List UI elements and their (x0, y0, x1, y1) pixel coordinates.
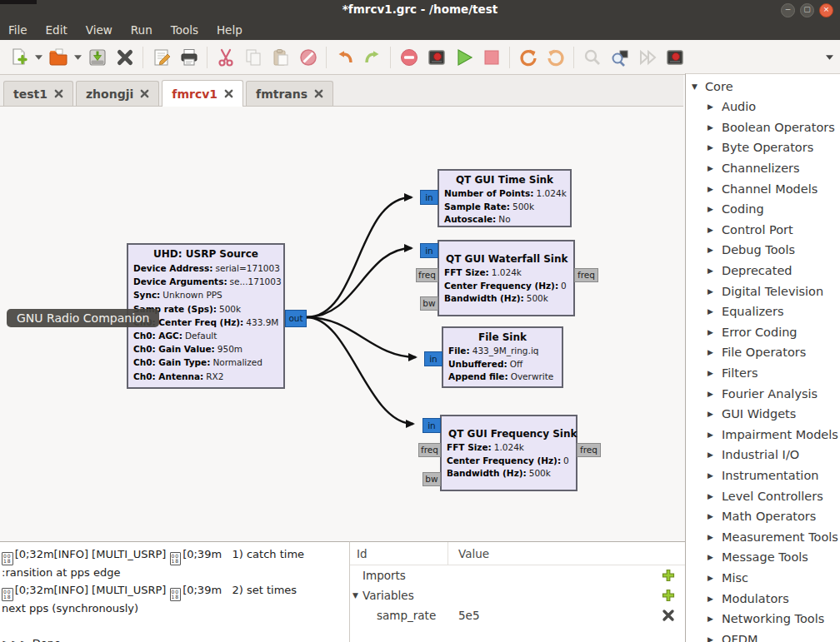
block-frequency-sink[interactable]: QT GUI Frequency Sink FFT Size:1.024kCen… (440, 415, 578, 491)
library-category[interactable]: ▶ Boolean Operators (686, 117, 840, 138)
new-flowgraph-icon[interactable] (5, 44, 32, 71)
tab-close-icon[interactable] (224, 89, 233, 98)
chevron-right-icon[interactable]: ▶ (708, 635, 715, 642)
chevron-right-icon[interactable]: ▶ (708, 615, 715, 623)
library-category[interactable]: ▶ Modulators (686, 588, 840, 609)
chevron-right-icon[interactable]: ▶ (708, 390, 715, 398)
library-category[interactable]: ▶ Impairment Models (686, 425, 840, 445)
console-panel[interactable]: 0018[0;32m[INFO] [MULTI_USRP] 0018[0;39m… (0, 541, 350, 642)
remove-icon[interactable] (662, 609, 675, 622)
toolbar-overflow-icon[interactable] (823, 44, 835, 71)
chevron-right-icon[interactable]: ▶ (708, 205, 715, 213)
tab-close-icon[interactable] (54, 89, 63, 98)
variable-row[interactable]: ▼ Variables (350, 585, 685, 605)
chevron-right-icon[interactable]: ▶ (708, 574, 715, 582)
chevron-right-icon[interactable]: ▶ (708, 307, 715, 316)
copy-icon[interactable] (239, 44, 267, 71)
screen-capture-icon[interactable] (661, 44, 688, 71)
library-category[interactable]: ▶ Fourier Analysis (686, 383, 840, 404)
library-category[interactable]: ▶ OFDM (686, 629, 840, 642)
library-category[interactable]: ▶ Byte Operators (686, 137, 840, 158)
tab-close-icon[interactable] (140, 89, 149, 98)
edit-properties-icon[interactable] (148, 44, 175, 71)
chevron-right-icon[interactable]: ▶ (708, 595, 715, 603)
chevron-right-icon[interactable]: ▶ (708, 492, 715, 500)
connection[interactable] (307, 197, 412, 317)
chevron-right-icon[interactable]: ▶ (708, 328, 715, 336)
chevron-right-icon[interactable]: ▶ (708, 143, 715, 152)
library-category[interactable]: ▶ Networking Tools (686, 609, 840, 630)
port-out[interactable]: out (285, 310, 307, 327)
save-icon[interactable] (83, 44, 111, 71)
open-flowgraph-icon[interactable] (44, 44, 72, 71)
library-category-core[interactable]: ▼ Core (686, 77, 840, 97)
block-time-sink[interactable]: QT GUI Time Sink Number of Points:1.024k… (438, 169, 572, 227)
port-freq-out[interactable]: freq (577, 443, 601, 457)
errors-icon[interactable] (395, 44, 422, 71)
print-icon[interactable] (175, 44, 202, 71)
open-dropdown-icon[interactable] (72, 44, 83, 71)
find-block-icon[interactable] (606, 44, 633, 71)
port-freq-in[interactable]: freq (418, 443, 441, 457)
chevron-down-icon[interactable]: ▼ (692, 82, 699, 91)
library-category[interactable]: ▶ Level Controllers (686, 485, 840, 506)
tab-close-icon[interactable] (314, 89, 323, 98)
close-button[interactable]: × (819, 3, 833, 17)
column-header-value[interactable]: Value (448, 547, 489, 560)
chevron-right-icon[interactable]: ▶ (708, 226, 715, 234)
chevron-right-icon[interactable]: ▶ (708, 266, 715, 275)
cut-icon[interactable] (212, 44, 239, 71)
variable-row[interactable]: ▼ Imports (350, 565, 685, 585)
library-category[interactable]: ▶ GUI Widgets (686, 404, 840, 425)
chevron-right-icon[interactable]: ▶ (708, 533, 715, 541)
flowgraph-tab[interactable]: test1 (3, 81, 73, 106)
maximize-button[interactable]: ▢ (800, 3, 814, 17)
generate-flowgraph-icon[interactable] (422, 44, 450, 71)
menu-item[interactable]: File (8, 23, 28, 37)
library-category[interactable]: ▶ Math Operators (686, 506, 840, 527)
port-in[interactable]: in (424, 351, 442, 366)
menu-item[interactable]: Help (217, 23, 242, 37)
chevron-right-icon[interactable]: ▶ (708, 287, 715, 296)
library-category[interactable]: ▶ File Operators (686, 342, 840, 363)
port-bw-in[interactable]: bw (422, 472, 441, 486)
chevron-right-icon[interactable]: ▶ (708, 164, 715, 172)
new-dropdown-icon[interactable] (32, 44, 44, 71)
redo-icon[interactable] (358, 44, 386, 71)
chevron-right-icon[interactable]: ▶ (708, 185, 715, 193)
library-category[interactable]: ▶ Equalizers (686, 301, 840, 322)
fast-forward-icon[interactable] (633, 44, 661, 71)
reload-icon[interactable] (514, 44, 542, 71)
library-category[interactable]: ▶ Debug Tools (686, 240, 840, 261)
chevron-right-icon[interactable]: ▶ (708, 430, 715, 439)
connection[interactable] (307, 248, 412, 317)
library-category[interactable]: ▶ Digital Television (686, 281, 840, 301)
chevron-right-icon[interactable]: ▶ (708, 348, 715, 356)
chevron-right-icon[interactable]: ▶ (708, 369, 715, 377)
chevron-right-icon[interactable]: ▶ (708, 246, 715, 254)
variable-row[interactable]: ▼ samp_rate 5e5 (350, 605, 685, 625)
library-category[interactable]: ▶ Coding (686, 199, 840, 220)
menu-item[interactable]: Tools (171, 23, 198, 37)
chevron-right-icon[interactable]: ▶ (708, 512, 715, 520)
cancel-icon[interactable] (294, 44, 322, 71)
library-category[interactable]: ▶ Audio (686, 97, 840, 117)
paste-icon[interactable] (267, 44, 294, 71)
chevron-right-icon[interactable]: ▶ (708, 450, 715, 459)
block-waterfall-sink[interactable]: QT GUI Waterfall Sink FFT Size:1.024kCen… (438, 240, 575, 316)
library-category[interactable]: ▶ Instrumentation (686, 465, 840, 486)
chevron-right-icon[interactable]: ▶ (708, 553, 715, 561)
flowgraph-tab[interactable]: fmtrans (246, 81, 333, 106)
library-category[interactable]: ▶ Deprecated (686, 261, 840, 281)
chevron-down-icon[interactable]: ▼ (352, 591, 362, 600)
library-category[interactable]: ▶ Message Tools (686, 547, 840, 568)
menu-item[interactable]: Edit (46, 23, 68, 37)
flowgraph-tab[interactable]: fmrcv1 (162, 80, 243, 107)
port-bw-in[interactable]: bw (420, 296, 438, 311)
find-icon[interactable] (578, 44, 606, 71)
library-category[interactable]: ▶ Channel Models (686, 178, 840, 199)
port-in[interactable]: in (420, 190, 438, 205)
chevron-right-icon[interactable]: ▶ (708, 102, 715, 111)
port-in[interactable]: in (422, 418, 441, 433)
add-icon[interactable] (662, 589, 675, 602)
